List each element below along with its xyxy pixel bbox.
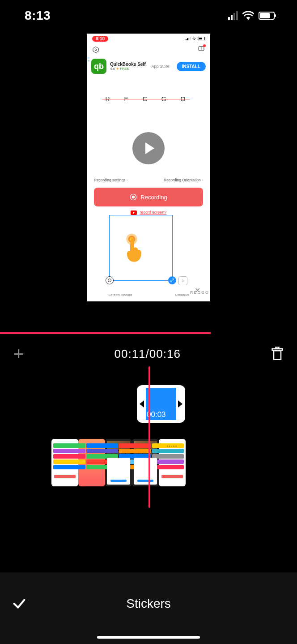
status-icons	[228, 11, 275, 20]
svg-text:?: ?	[200, 47, 202, 50]
inner-status-icons	[186, 37, 205, 40]
inner-play-area	[87, 121, 210, 175]
svg-point-8	[128, 236, 136, 243]
svg-point-9	[130, 237, 134, 241]
help-button: ?	[198, 45, 205, 54]
clip-thumbnail[interactable]: 00:03	[146, 388, 176, 420]
recording-settings-link: Recording settings	[94, 178, 128, 182]
inner-signal-icon	[186, 37, 191, 40]
tab-screen-record: Screen Record	[108, 293, 132, 297]
bottom-panel: Stickers	[0, 572, 297, 644]
timeline-playhead[interactable]	[148, 366, 150, 508]
svg-marker-0	[93, 47, 98, 52]
ad-disclosure-icon: ▷✕	[87, 56, 91, 63]
svg-point-5	[132, 196, 135, 199]
svg-marker-6	[182, 279, 184, 282]
recording-button: Recording	[94, 188, 203, 206]
recgo-logo: R E C G O	[104, 95, 194, 103]
inner-recording-time-pill: 8:10	[92, 36, 108, 42]
inner-wifi-icon	[192, 37, 196, 40]
cellular-signal-icon	[228, 11, 238, 20]
recording-button-label: Recording	[140, 194, 167, 201]
ad-install-button: INSTALL	[177, 62, 206, 71]
svg-rect-10	[274, 351, 281, 359]
tab-creation: Creation	[175, 293, 189, 297]
sticker-timeline-clip[interactable]: 00:03	[137, 385, 185, 423]
device-status-bar: 8:13	[0, 0, 297, 31]
timeline-frame[interactable]: RECGO	[159, 439, 186, 486]
confirm-button[interactable]	[12, 596, 27, 611]
play-button-icon	[132, 132, 165, 164]
status-time: 8:13	[25, 9, 51, 23]
ad-title: QuickBooks Self	[110, 62, 148, 67]
ad-app-logo: qb	[91, 59, 106, 74]
notification-dot-icon	[203, 44, 206, 47]
svg-point-7	[126, 234, 137, 245]
recording-orientation-link: Recording Orientation	[164, 178, 203, 182]
clip-trim-right-handle[interactable]	[178, 400, 182, 408]
home-indicator[interactable]	[97, 636, 200, 639]
youtube-icon	[131, 210, 137, 215]
battery-icon	[259, 12, 275, 20]
wifi-icon	[242, 11, 254, 20]
timecode-display: 00:11/00:16	[115, 347, 181, 361]
how-to-link-row: record screen?	[87, 206, 210, 215]
video-watermark: RECGO	[190, 290, 209, 295]
panel-title: Stickers	[0, 597, 297, 611]
how-to-record-link: record screen?	[140, 210, 166, 215]
ad-subtitle: 4.6 ★ FREE	[110, 67, 148, 71]
delete-button[interactable]	[271, 347, 284, 361]
app-logo-area: R E C G O	[87, 77, 210, 121]
ad-store-label: App Store	[151, 64, 169, 69]
sticker-selection-box	[109, 215, 173, 281]
finger-tap-sticker-icon	[123, 233, 147, 264]
playback-progress-bar[interactable]	[0, 332, 211, 334]
timeline-header: + 00:11/00:16	[0, 340, 297, 367]
inner-nav-bar: ?	[87, 43, 210, 56]
ad-banner: ▷✕ qb QuickBooks Self 4.6 ★ FREE App Sto…	[87, 56, 210, 77]
selection-resize-handle-icon	[168, 276, 176, 284]
svg-rect-12	[276, 347, 279, 348]
star-icon: ★	[116, 67, 119, 71]
inner-settings-row: Recording settings Recording Orientation	[87, 175, 210, 182]
video-timeline-strip[interactable]: RECGO RECGO	[51, 439, 186, 486]
clip-trim-left-handle[interactable]	[140, 400, 144, 408]
timeline-frame[interactable]	[78, 439, 105, 486]
record-dot-icon	[130, 193, 137, 201]
inner-battery-icon	[198, 37, 205, 40]
inner-status-bar: 8:10	[87, 34, 210, 43]
add-button[interactable]: +	[13, 345, 24, 363]
settings-gear-icon	[92, 46, 99, 53]
selection-extra-handle-icon	[178, 276, 187, 285]
video-preview[interactable]: 8:10 ? ▷✕ qb QuickBooks Self	[87, 34, 210, 301]
selection-rotate-handle-icon	[106, 276, 114, 284]
svg-point-1	[95, 49, 97, 51]
